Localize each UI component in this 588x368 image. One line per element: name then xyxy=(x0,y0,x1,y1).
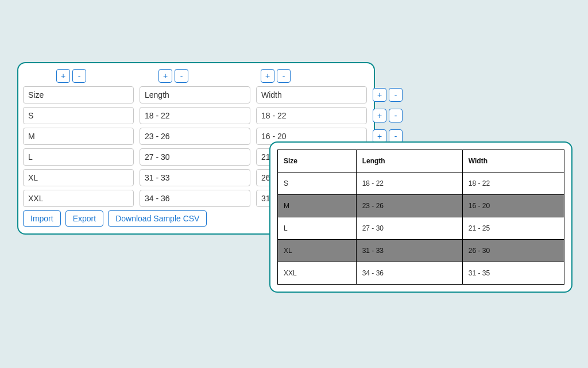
remove-row-button[interactable]: - xyxy=(389,109,403,122)
data-row: + - xyxy=(23,107,369,124)
table-header-cell: Width xyxy=(462,150,564,172)
add-column-button[interactable]: + xyxy=(261,69,274,83)
table-header-cell: Length xyxy=(356,150,462,172)
column-controls-2: + - xyxy=(227,69,324,83)
add-column-button[interactable]: + xyxy=(56,69,70,83)
table-cell: 18 - 22 xyxy=(356,172,462,195)
table-row: S 18 - 22 18 - 22 xyxy=(278,172,564,195)
cell-input[interactable] xyxy=(23,190,134,207)
column-name-input[interactable] xyxy=(23,86,134,103)
add-column-button[interactable]: + xyxy=(158,69,172,83)
table-row: XL 31 - 33 26 - 30 xyxy=(278,240,564,262)
download-sample-csv-button[interactable]: Download Sample CSV xyxy=(108,210,207,227)
column-controls-0: + - xyxy=(23,69,119,83)
column-controls-1: + - xyxy=(125,69,222,83)
remove-row-button[interactable]: - xyxy=(389,88,403,102)
column-name-input[interactable] xyxy=(256,86,367,103)
cell-input[interactable] xyxy=(140,107,250,124)
table-cell: 26 - 30 xyxy=(462,240,564,262)
add-row-button[interactable]: + xyxy=(373,109,386,122)
row-controls: + - xyxy=(373,109,403,122)
cell-input[interactable] xyxy=(140,148,250,166)
table-cell: 23 - 26 xyxy=(356,195,462,217)
cell-input[interactable] xyxy=(140,190,250,207)
export-button[interactable]: Export xyxy=(65,210,103,227)
table-cell: 16 - 20 xyxy=(462,195,564,217)
table-row: XXL 34 - 36 31 - 35 xyxy=(278,262,564,285)
table-cell: 21 - 25 xyxy=(462,217,564,240)
remove-column-button[interactable]: - xyxy=(175,69,188,83)
header-row: + - xyxy=(23,86,369,103)
size-chart-preview-panel: Size Length Width S 18 - 22 18 - 22 M 23… xyxy=(269,141,572,293)
remove-column-button[interactable]: - xyxy=(277,69,291,83)
table-row: M 23 - 26 16 - 20 xyxy=(278,195,564,217)
table-cell: L xyxy=(278,217,357,240)
table-header-cell: Size xyxy=(278,150,357,172)
cell-input[interactable] xyxy=(140,128,250,145)
cell-input[interactable] xyxy=(23,148,134,166)
table-cell: XL xyxy=(278,240,357,262)
table-cell: S xyxy=(278,172,357,195)
column-name-input[interactable] xyxy=(140,86,250,103)
cell-input[interactable] xyxy=(23,128,134,145)
table-header-row: Size Length Width xyxy=(278,150,564,172)
preview-table: Size Length Width S 18 - 22 18 - 22 M 23… xyxy=(277,150,564,285)
cell-input[interactable] xyxy=(140,169,250,186)
column-controls-row: + - + - + - xyxy=(23,69,369,83)
table-cell: XXL xyxy=(278,262,357,285)
cell-input[interactable] xyxy=(23,107,134,124)
table-row: L 27 - 30 21 - 25 xyxy=(278,217,564,240)
table-cell: 27 - 30 xyxy=(356,217,462,240)
add-row-button[interactable]: + xyxy=(373,88,386,102)
table-cell: 34 - 36 xyxy=(356,262,462,285)
row-controls: + - xyxy=(373,88,403,102)
table-cell: 31 - 35 xyxy=(462,262,564,285)
cell-input[interactable] xyxy=(256,107,367,124)
cell-input[interactable] xyxy=(23,169,134,186)
table-cell: M xyxy=(278,195,357,217)
table-cell: 31 - 33 xyxy=(356,240,462,262)
remove-column-button[interactable]: - xyxy=(72,69,86,83)
import-button[interactable]: Import xyxy=(23,210,61,227)
table-cell: 18 - 22 xyxy=(462,172,564,195)
